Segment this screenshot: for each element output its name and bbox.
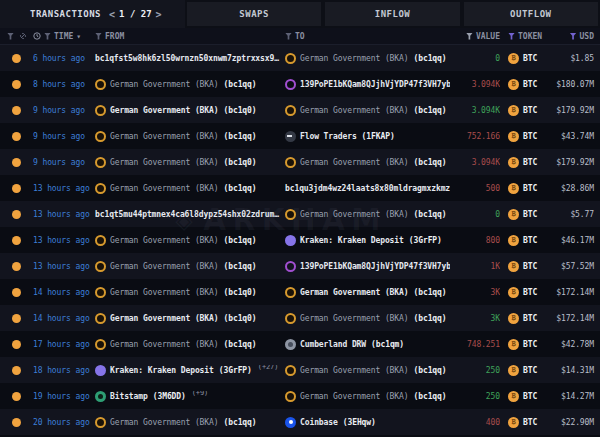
tx-from[interactable]: German Government (BKA) (bc1qq) bbox=[95, 339, 285, 350]
arkham-transactions-panel: TRANSACTIONS < 1 / 27 > SWAPS INFLOW OUT… bbox=[0, 0, 600, 437]
tx-to[interactable]: German Government (BKA) (bc1qq) bbox=[285, 209, 450, 220]
transaction-row[interactable]: 8 hours ago German Government (BKA) (bc1… bbox=[0, 71, 600, 97]
tx-to[interactable]: German Government (BKA) (bc1qq) bbox=[285, 105, 450, 116]
tx-from[interactable]: German Government (BKA) (bc1q0) bbox=[95, 287, 285, 298]
from-entity-name: bc1qfst5w8hk6zl50wrnzn50xnwm7zptrxxsx9… bbox=[95, 54, 279, 63]
transaction-row[interactable]: 9 hours ago German Government (BKA) (bc1… bbox=[0, 97, 600, 123]
transaction-row[interactable]: 9 hours ago German Government (BKA) (bc1… bbox=[0, 123, 600, 149]
tx-time[interactable]: 14 hours ago bbox=[33, 314, 95, 323]
transaction-row[interactable]: 13 hours ago bc1qt5mu44ptmnex4ca6l8dypz5… bbox=[0, 201, 600, 227]
to-entity-name: Coinbase bbox=[300, 418, 338, 427]
time-sort-caret-icon[interactable]: ▾ bbox=[76, 32, 81, 41]
transaction-row[interactable]: 19 hours ago Bitstamp (3M6DD) (+9) Germa… bbox=[0, 383, 600, 409]
tx-from[interactable]: German Government (BKA) (bc1q0) bbox=[95, 105, 285, 116]
next-page-button[interactable]: > bbox=[156, 9, 162, 20]
tx-from[interactable]: bc1qfst5w8hk6zl50wrnzn50xnwm7zptrxxsx9… bbox=[95, 54, 285, 63]
tx-from[interactable]: German Government (BKA) (bc1qq) bbox=[95, 131, 285, 142]
transaction-row[interactable]: 6 hours ago bc1qfst5w8hk6zl50wrnzn50xnwm… bbox=[0, 45, 600, 71]
tx-time[interactable]: 18 hours ago bbox=[33, 366, 95, 375]
tx-from[interactable]: German Government (BKA) (bc1qq) bbox=[95, 261, 285, 272]
usd-filter-icon[interactable] bbox=[570, 33, 577, 40]
from-filter-icon[interactable] bbox=[95, 33, 102, 40]
tx-to[interactable]: bc1qu3jdm4wz24laats8x80mldragmxzkmzcgu… bbox=[285, 184, 450, 193]
tx-time[interactable]: 6 hours ago bbox=[33, 54, 95, 63]
tx-time[interactable]: 8 hours ago bbox=[33, 80, 95, 89]
time-filter-icon[interactable] bbox=[44, 33, 51, 40]
tx-time[interactable]: 9 hours ago bbox=[33, 106, 95, 115]
global-filter-icon[interactable] bbox=[7, 33, 14, 40]
tx-to[interactable]: German Government (BKA) (bc1qq) bbox=[285, 287, 450, 298]
tx-to[interactable]: German Government (BKA) (bc1qq) bbox=[285, 365, 450, 376]
transaction-row[interactable]: 18 hours ago Kraken: Kraken Deposit (3Gr… bbox=[0, 357, 600, 383]
tx-to[interactable]: 139PoPE1bKQam8QJjhVjYDP47f3VH7ybVu bbox=[285, 261, 450, 272]
tx-from[interactable]: German Government (BKA) (bc1qq) bbox=[95, 417, 285, 428]
row-lead bbox=[0, 340, 33, 349]
tx-to[interactable]: German Government (BKA) (bc1qq) bbox=[285, 157, 450, 168]
transaction-row[interactable]: 13 hours ago German Government (BKA) (bc… bbox=[0, 175, 600, 201]
tx-from[interactable]: German Government (BKA) (bc1qq) bbox=[95, 235, 285, 246]
tab-swaps[interactable]: SWAPS bbox=[187, 2, 321, 26]
bitcoin-chain-dot-icon bbox=[12, 288, 21, 297]
tx-to[interactable]: Coinbase (3EHqw) bbox=[285, 417, 450, 428]
tx-from[interactable]: bc1qt5mu44ptmnex4ca6l8dypz54shx02zdrum… bbox=[95, 210, 285, 219]
column-header: TIME ▾ FROM TO VALUE TOKEN USD bbox=[0, 28, 600, 45]
tx-time[interactable]: 13 hours ago bbox=[33, 210, 95, 219]
tx-to[interactable]: Cumberland DRW (bc1qm) bbox=[285, 339, 450, 350]
value-filter-icon[interactable] bbox=[466, 33, 473, 40]
tx-token: ₿ BTC bbox=[500, 209, 546, 220]
from-entity-address: (bc1qq) bbox=[223, 418, 256, 427]
tx-from[interactable]: German Government (BKA) (bc1qq) bbox=[95, 79, 285, 90]
tx-time[interactable]: 13 hours ago bbox=[33, 262, 95, 271]
tx-time[interactable]: 9 hours ago bbox=[33, 158, 95, 167]
tx-time[interactable]: 9 hours ago bbox=[33, 132, 95, 141]
tab-outflow[interactable]: OUTFLOW bbox=[464, 2, 598, 26]
token-filter-icon[interactable] bbox=[508, 33, 515, 40]
tx-time[interactable]: 13 hours ago bbox=[33, 236, 95, 245]
col-value-label[interactable]: VALUE bbox=[476, 32, 500, 41]
tx-from[interactable]: Kraken: Kraken Deposit (3GrFP) (+27) bbox=[95, 365, 285, 376]
btc-token-icon: ₿ bbox=[508, 105, 519, 116]
tx-usd: $179.92M bbox=[546, 106, 600, 115]
tx-to[interactable]: German Government (BKA) (bc1qq) bbox=[285, 53, 450, 64]
transaction-row[interactable]: 9 hours ago German Government (BKA) (bc1… bbox=[0, 149, 600, 175]
tab-inflow[interactable]: INFLOW bbox=[325, 2, 459, 26]
col-usd-label[interactable]: USD bbox=[580, 32, 594, 41]
tx-from[interactable]: Bitstamp (3M6DD) (+9) bbox=[95, 391, 285, 402]
tx-from[interactable]: German Government (BKA) (bc1q0) bbox=[95, 313, 285, 324]
transaction-row[interactable]: 14 hours ago German Government (BKA) (bc… bbox=[0, 279, 600, 305]
tx-to[interactable]: German Government (BKA) (bc1qq) bbox=[285, 391, 450, 402]
clock-icon[interactable] bbox=[33, 32, 41, 40]
transaction-row[interactable]: 13 hours ago German Government (BKA) (bc… bbox=[0, 253, 600, 279]
col-from-label[interactable]: FROM bbox=[105, 32, 124, 41]
col-to-label[interactable]: TO bbox=[295, 32, 305, 41]
col-time-label[interactable]: TIME bbox=[54, 32, 73, 41]
prev-page-button[interactable]: < bbox=[109, 9, 115, 20]
transaction-row[interactable]: 13 hours ago German Government (BKA) (bc… bbox=[0, 227, 600, 253]
tx-time[interactable]: 20 hours ago bbox=[33, 418, 95, 427]
tx-to[interactable]: 139PoPE1bKQam8QJjhVjYDP47f3VH7ybVu bbox=[285, 79, 450, 90]
tx-to[interactable]: Kraken: Kraken Deposit (3GrFP) bbox=[285, 235, 450, 246]
tx-usd: $179.92M bbox=[546, 158, 600, 167]
tx-to[interactable]: Flow Traders (1FKAP) bbox=[285, 131, 450, 142]
transaction-row[interactable]: 14 hours ago German Government (BKA) (bc… bbox=[0, 305, 600, 331]
tx-to[interactable]: German Government (BKA) (bc1qq) bbox=[285, 313, 450, 324]
from-entity-address: (bc1q0) bbox=[223, 314, 256, 323]
tx-time[interactable]: 17 hours ago bbox=[33, 340, 95, 349]
transactions-table: 6 hours ago bc1qfst5w8hk6zl50wrnzn50xnwm… bbox=[0, 45, 600, 435]
to-filter-icon[interactable] bbox=[285, 33, 292, 40]
tx-time[interactable]: 19 hours ago bbox=[33, 392, 95, 401]
tx-usd: $28.86M bbox=[546, 184, 600, 193]
tx-from[interactable]: German Government (BKA) (bc1q0) bbox=[95, 157, 285, 168]
token-name: BTC bbox=[523, 210, 537, 219]
tx-value: 250 bbox=[450, 366, 500, 375]
from-entity-icon bbox=[95, 183, 106, 194]
transactions-tab-active[interactable]: TRANSACTIONS < 1 / 27 > bbox=[0, 0, 185, 28]
transaction-row[interactable]: 17 hours ago German Government (BKA) (bc… bbox=[0, 331, 600, 357]
col-token-label[interactable]: TOKEN bbox=[518, 32, 542, 41]
tx-time[interactable]: 14 hours ago bbox=[33, 288, 95, 297]
tx-from[interactable]: German Government (BKA) (bc1qq) bbox=[95, 183, 285, 194]
from-entity-name: German Government (BKA) bbox=[110, 288, 218, 297]
link-icon[interactable] bbox=[19, 32, 27, 40]
transaction-row[interactable]: 20 hours ago German Government (BKA) (bc… bbox=[0, 409, 600, 435]
tx-time[interactable]: 13 hours ago bbox=[33, 184, 95, 193]
